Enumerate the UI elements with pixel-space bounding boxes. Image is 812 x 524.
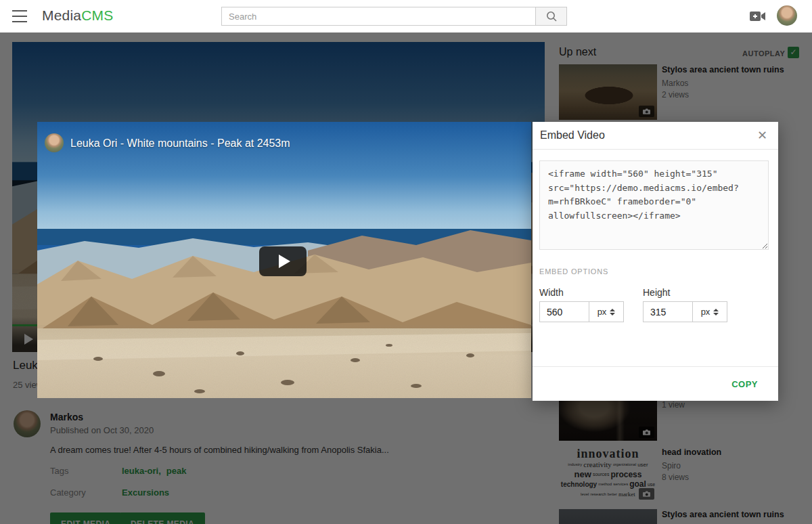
modal-footer: COPY <box>533 366 778 401</box>
search-bar <box>221 7 567 26</box>
height-label: Height <box>643 287 727 298</box>
height-unit-value: px <box>701 307 710 317</box>
spinner-arrows-icon <box>713 309 719 315</box>
width-field: Width px <box>539 287 624 322</box>
user-avatar[interactable] <box>777 5 797 26</box>
copy-button[interactable]: COPY <box>731 379 758 389</box>
upload-media-button[interactable] <box>750 10 766 22</box>
menu-icon[interactable] <box>12 10 27 22</box>
logo-text-cms: CMS <box>81 7 113 23</box>
preview-author-avatar <box>45 133 64 152</box>
spinner-arrows-icon <box>610 309 615 315</box>
embed-video-modal: Embed Video ✕ <iframe width="560" height… <box>533 122 778 401</box>
search-icon <box>545 10 558 22</box>
height-unit-select[interactable]: px <box>692 302 727 322</box>
height-input[interactable] <box>644 302 692 322</box>
search-button[interactable] <box>535 7 567 26</box>
search-input[interactable] <box>221 7 535 26</box>
logo-text-media: Media <box>42 7 81 23</box>
width-unit-select[interactable]: px <box>589 302 623 322</box>
width-label: Width <box>539 287 624 298</box>
preview-play-button[interactable] <box>259 246 307 276</box>
close-icon[interactable]: ✕ <box>757 129 767 141</box>
videocam-plus-icon <box>750 10 766 22</box>
modal-header: Embed Video ✕ <box>533 122 778 150</box>
width-unit-value: px <box>597 307 607 317</box>
modal-title: Embed Video <box>540 129 757 141</box>
embed-preview-player[interactable]: Leuka Ori - White mountains - Peak at 24… <box>37 122 531 398</box>
width-input[interactable] <box>540 302 589 322</box>
height-field: Height px <box>643 287 727 322</box>
play-icon <box>279 255 290 268</box>
embed-code-textarea[interactable]: <iframe width="560" height="315" src="ht… <box>539 160 769 250</box>
modal-body: <iframe width="560" height="315" src="ht… <box>533 150 778 322</box>
embed-options-label: EMBED OPTIONS <box>539 267 769 276</box>
preview-video-title: Leuka Ori - White mountains - Peak at 24… <box>70 137 290 150</box>
embed-size-fields: Width px Height px <box>539 287 769 322</box>
app-logo[interactable]: MediaCMS <box>42 7 113 24</box>
top-bar: MediaCMS <box>0 0 812 32</box>
